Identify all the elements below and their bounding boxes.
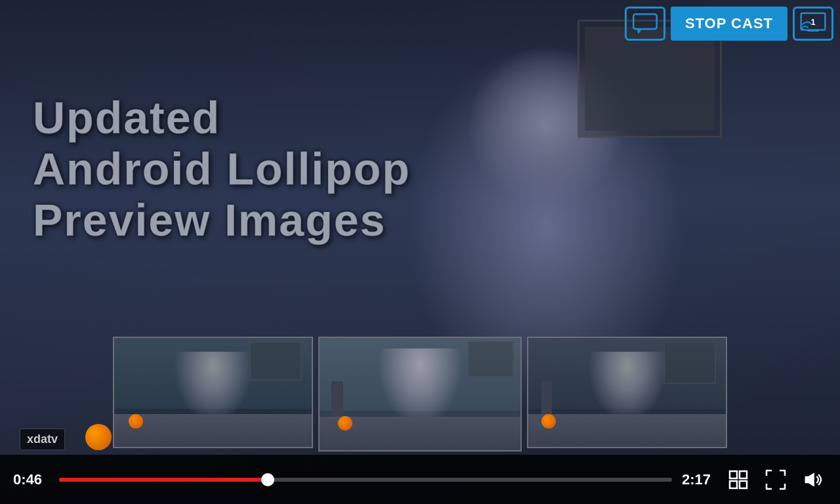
volume-button[interactable]	[799, 466, 827, 494]
chat-button[interactable]	[625, 7, 665, 41]
thumb-orange-ball-3	[541, 414, 556, 429]
thumb-frame	[249, 341, 302, 381]
svg-rect-7	[740, 471, 747, 478]
chat-bubble-icon	[633, 11, 658, 36]
video-title-overlay: Updated Android Lollipop Preview Images	[33, 92, 411, 246]
svg-rect-0	[633, 14, 656, 29]
thumb-person-3	[588, 352, 667, 424]
thumb-frame-2	[468, 341, 514, 377]
cast-button[interactable]: 1	[793, 7, 833, 41]
fullscreen-button[interactable]	[762, 466, 789, 494]
svg-marker-1	[637, 29, 642, 34]
svg-rect-8	[730, 481, 737, 488]
svg-rect-9	[740, 481, 747, 488]
expand-icon	[728, 469, 749, 490]
top-controls: STOP CAST 1	[625, 7, 833, 41]
cast-icon: 1	[800, 12, 826, 35]
xda-logo-text: xdatv	[27, 432, 58, 446]
xda-logo: xdatv	[20, 429, 65, 450]
scrubber-thumb-1	[113, 337, 313, 448]
thumb-desk-1	[114, 414, 312, 447]
thumb-frame-3	[663, 341, 716, 384]
title-line3: Preview Images	[33, 195, 386, 245]
thumb-equipment	[331, 381, 343, 421]
expand-button[interactable]	[724, 466, 752, 494]
scrubber-thumb-3	[527, 337, 727, 448]
stop-cast-button[interactable]: STOP CAST	[671, 7, 788, 41]
scrubber-thumbnail-strip	[105, 337, 735, 452]
thumb-person-2	[377, 348, 463, 427]
title-line2: Android Lollipop	[33, 144, 411, 194]
video-player: Updated Android Lollipop Preview Images …	[0, 0, 840, 504]
thumb-lamp-3	[541, 381, 552, 417]
progress-fill	[59, 478, 268, 482]
total-time: 2:17	[682, 471, 715, 488]
background-frame-inner	[585, 27, 715, 131]
svg-point-5	[801, 28, 803, 31]
current-time: 0:46	[13, 471, 49, 488]
progress-thumb[interactable]	[261, 473, 274, 486]
svg-rect-3	[807, 30, 819, 32]
svg-text:1: 1	[810, 17, 815, 27]
thumb-person-1	[174, 352, 253, 424]
fullscreen-icon	[765, 469, 786, 490]
title-line1: Updated	[33, 93, 220, 142]
svg-marker-10	[805, 472, 814, 486]
thumb-desk-3	[528, 414, 726, 447]
thumb-orange-ball-2	[338, 416, 352, 430]
progress-bar[interactable]	[59, 478, 672, 482]
volume-icon	[803, 469, 824, 490]
thumb-orange-ball-1	[129, 414, 143, 429]
orange-ball-decoration	[85, 424, 112, 450]
video-controls-bar: 0:46 2:17	[0, 455, 840, 504]
svg-rect-6	[730, 471, 737, 478]
scrubber-thumb-2	[318, 337, 522, 452]
